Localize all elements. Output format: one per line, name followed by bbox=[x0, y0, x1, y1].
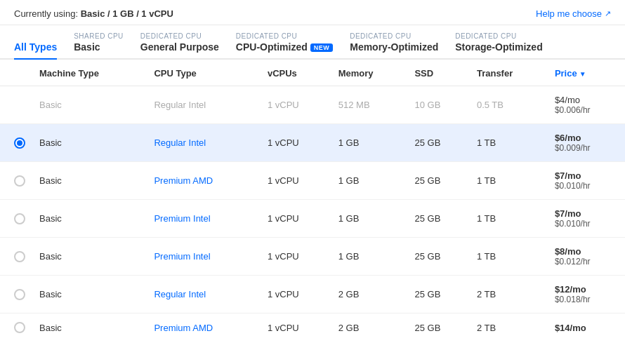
memory-cell: 2 GB bbox=[331, 314, 408, 334]
col-header-cpu-type: CPU Type bbox=[147, 60, 261, 86]
tab-main-label: CPU-OptimizedNEW bbox=[236, 41, 333, 53]
vcpus-cell: 1 vCPU bbox=[261, 238, 331, 276]
radio-button[interactable] bbox=[14, 137, 25, 149]
external-link-icon: ↗ bbox=[605, 9, 611, 18]
vcpus-cell: 1 vCPU bbox=[261, 124, 331, 162]
price-cell: $4/mo$0.006/hr bbox=[548, 86, 625, 124]
col-header-radio bbox=[0, 60, 32, 86]
radio-button[interactable] bbox=[14, 289, 25, 300]
tab-main-label: Memory-Optimized bbox=[350, 41, 438, 53]
table-row[interactable]: BasicPremium Intel1 vCPU1 GB25 GB1 TB$8/… bbox=[0, 238, 625, 276]
tab-sub-label: DEDICATED CPU bbox=[140, 32, 202, 40]
radio-cell[interactable] bbox=[0, 200, 32, 238]
cpu-type-cell: Regular Intel bbox=[147, 86, 261, 124]
ssd-cell: 10 GB bbox=[407, 86, 469, 124]
radio-cell[interactable] bbox=[0, 124, 32, 162]
tab-all-types[interactable]: All Types bbox=[14, 34, 71, 58]
table-row[interactable]: BasicPremium AMD1 vCPU2 GB25 GB2 TB$14/m… bbox=[0, 314, 625, 334]
cpu-type-cell: Regular Intel bbox=[147, 124, 261, 162]
ssd-cell: 25 GB bbox=[407, 238, 469, 276]
col-header-memory: Memory bbox=[331, 60, 408, 86]
transfer-cell: 0.5 TB bbox=[470, 86, 548, 124]
col-header-price[interactable]: Price▼ bbox=[548, 60, 625, 86]
tab-main-label: Storage-Optimized bbox=[455, 41, 542, 53]
vcpus-cell: 1 vCPU bbox=[261, 200, 331, 238]
radio-button[interactable] bbox=[14, 213, 25, 224]
tab-dedicated-memory[interactable]: DEDICATED CPUMemory-Optimized bbox=[350, 25, 452, 58]
price-cell: $7/mo$0.010/hr bbox=[548, 200, 625, 238]
table-row[interactable]: BasicRegular Intel1 vCPU1 GB25 GB1 TB$6/… bbox=[0, 124, 625, 162]
table-wrapper[interactable]: Machine TypeCPU TypevCPUsMemorySSDTransf… bbox=[0, 60, 625, 333]
cpu-type-cell: Premium AMD bbox=[147, 314, 261, 334]
cpu-type-cell: Premium Intel bbox=[147, 238, 261, 276]
transfer-cell: 1 TB bbox=[470, 124, 548, 162]
machine-type-cell: Basic bbox=[32, 124, 147, 162]
price-hourly: $0.010/hr bbox=[555, 219, 618, 229]
machine-type-cell: Basic bbox=[32, 276, 147, 314]
table-row[interactable]: BasicRegular Intel1 vCPU512 MB10 GB0.5 T… bbox=[0, 86, 625, 124]
memory-cell: 1 GB bbox=[331, 238, 408, 276]
tab-sub-label: SHARED CPU bbox=[74, 32, 124, 40]
radio-cell[interactable] bbox=[0, 238, 32, 276]
radio-button[interactable] bbox=[14, 322, 25, 333]
price-hourly: $0.009/hr bbox=[555, 143, 618, 153]
table-row[interactable]: BasicRegular Intel1 vCPU2 GB25 GB2 TB$12… bbox=[0, 276, 625, 314]
tab-sub-label: DEDICATED CPU bbox=[350, 32, 411, 40]
ssd-cell: 25 GB bbox=[407, 162, 469, 200]
help-me-choose-link[interactable]: Help me choose ↗ bbox=[536, 8, 611, 19]
radio-cell[interactable] bbox=[0, 162, 32, 200]
top-bar: Currently using: Basic / 1 GB / 1 vCPU H… bbox=[0, 0, 625, 25]
memory-cell: 1 GB bbox=[331, 124, 408, 162]
current-plan: Basic / 1 GB / 1 vCPU bbox=[81, 8, 173, 19]
tab-main-label: Basic bbox=[74, 41, 100, 53]
price-cell: $7/mo$0.010/hr bbox=[548, 162, 625, 200]
machine-type-cell: Basic bbox=[32, 86, 147, 124]
cpu-type-cell: Premium Intel bbox=[147, 200, 261, 238]
ssd-cell: 25 GB bbox=[407, 314, 469, 334]
radio-button[interactable] bbox=[14, 175, 25, 187]
price-hourly: $0.012/hr bbox=[555, 257, 618, 267]
tab-dedicated-storage[interactable]: DEDICATED CPUStorage-Optimized bbox=[455, 25, 556, 58]
tabs-row: All TypesSHARED CPUBasicDEDICATED CPUGen… bbox=[0, 25, 625, 60]
price-hourly: $0.018/hr bbox=[555, 295, 618, 304]
price-cell: $8/mo$0.012/hr bbox=[548, 238, 625, 276]
radio-cell[interactable] bbox=[0, 276, 32, 314]
radio-cell[interactable] bbox=[0, 314, 32, 334]
vcpus-cell: 1 vCPU bbox=[261, 162, 331, 200]
machine-type-cell: Basic bbox=[32, 238, 147, 276]
tab-dedicated-cpu-opt[interactable]: DEDICATED CPUCPU-OptimizedNEW bbox=[236, 25, 347, 58]
col-header-ssd: SSD bbox=[407, 60, 469, 86]
transfer-cell: 1 TB bbox=[470, 162, 548, 200]
transfer-cell: 2 TB bbox=[470, 314, 548, 334]
machine-type-cell: Basic bbox=[32, 314, 147, 334]
ssd-cell: 25 GB bbox=[407, 276, 469, 314]
price-cell: $14/mo bbox=[548, 314, 625, 334]
cpu-type-cell: Regular Intel bbox=[147, 276, 261, 314]
price-hourly: $0.006/hr bbox=[555, 105, 618, 115]
plans-table: Machine TypeCPU TypevCPUsMemorySSDTransf… bbox=[0, 60, 625, 333]
cpu-type-cell: Premium AMD bbox=[147, 162, 261, 200]
table-row[interactable]: BasicPremium Intel1 vCPU1 GB25 GB1 TB$7/… bbox=[0, 200, 625, 238]
tab-main-label: All Types bbox=[14, 41, 57, 53]
radio-button[interactable] bbox=[14, 251, 25, 262]
sort-arrow-icon: ▼ bbox=[579, 70, 586, 78]
price-hourly: $0.010/hr bbox=[555, 181, 618, 191]
price-cell: $6/mo$0.009/hr bbox=[548, 124, 625, 162]
col-header-vcpus: vCPUs bbox=[261, 60, 331, 86]
new-badge: NEW bbox=[310, 43, 334, 52]
col-header-machine-type: Machine Type bbox=[32, 60, 147, 86]
tab-main-label: General Purpose bbox=[140, 41, 219, 53]
price-cell: $12/mo$0.018/hr bbox=[548, 276, 625, 314]
vcpus-cell: 1 vCPU bbox=[261, 314, 331, 334]
machine-type-cell: Basic bbox=[32, 200, 147, 238]
transfer-cell: 1 TB bbox=[470, 238, 548, 276]
ssd-cell: 25 GB bbox=[407, 200, 469, 238]
machine-type-cell: Basic bbox=[32, 162, 147, 200]
memory-cell: 512 MB bbox=[331, 86, 408, 124]
currently-using: Currently using: Basic / 1 GB / 1 vCPU bbox=[14, 8, 173, 19]
table-row[interactable]: BasicPremium AMD1 vCPU1 GB25 GB1 TB$7/mo… bbox=[0, 162, 625, 200]
radio-cell[interactable] bbox=[0, 86, 32, 124]
ssd-cell: 25 GB bbox=[407, 124, 469, 162]
tab-shared-basic[interactable]: SHARED CPUBasic bbox=[74, 25, 138, 58]
tab-dedicated-general[interactable]: DEDICATED CPUGeneral Purpose bbox=[140, 25, 233, 58]
